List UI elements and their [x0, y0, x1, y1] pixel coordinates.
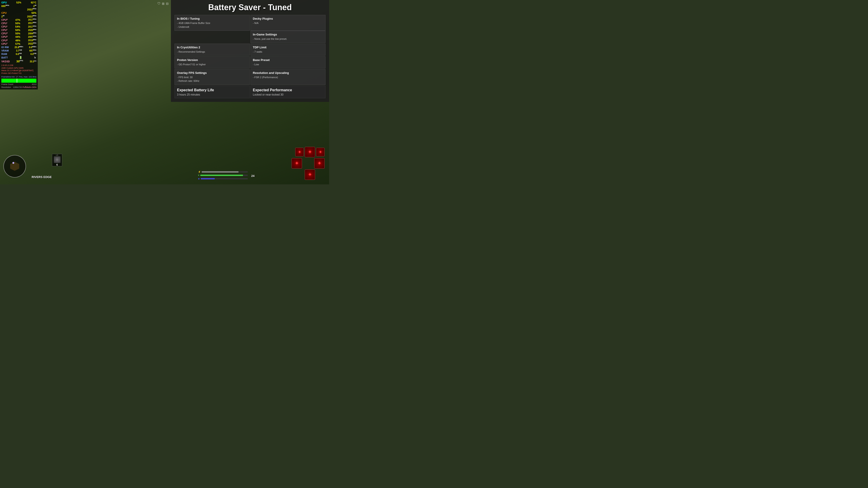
gpu-temp: 62°C: [31, 1, 36, 4]
decky-content: - N/A: [253, 21, 323, 25]
ram-label: RAM: [1, 53, 7, 56]
cpu-core-5: CPU⁵ 44% 2007MHz: [1, 35, 36, 39]
overlay-title: Overlay FPS Settings: [177, 71, 247, 74]
cryo-content: - Recommended Settings: [177, 50, 247, 54]
frame-count-label: Frame Count: [1, 83, 13, 86]
skill-row-middle: ✦ ✦: [291, 158, 324, 168]
stats-overlay: GPU 52% 62°C 695MHz 2W 2022MHz CPU 50% 2…: [0, 0, 38, 90]
health-bar: [200, 175, 248, 176]
performance-title: Expected Performance: [253, 88, 323, 92]
hud-icon-2: ⊞: [162, 2, 164, 5]
health-bars: ⚡ ♥ ◆: [198, 170, 248, 180]
frametime-bar: [1, 78, 36, 83]
location-name: RIVERS EDGE: [32, 175, 52, 179]
base-preset-cell: Base Preset - Low: [250, 56, 326, 68]
bios-title: In BIOS / Tuning: [177, 17, 247, 20]
gpu-freq-row: 695MHz 2W: [1, 4, 36, 8]
cpu-core-3: CPU³ 50% 2020MHz: [1, 29, 36, 32]
skill-icon-2: ✦: [316, 148, 324, 156]
cryo-cell: In CryoUtilities 2 - Recommended Setting…: [175, 43, 250, 56]
cpu-power-row: 2W 2022MHz: [1, 15, 36, 18]
hud-icon-1: ⛉: [157, 2, 160, 5]
skill-icon-1: ✦: [295, 148, 304, 156]
decky-cell: Decky Plugins - N/A: [250, 15, 326, 31]
gpu-label: GPU: [1, 1, 7, 4]
ability-icon: ⬡: [54, 156, 61, 163]
cpu-core-4: CPU⁴ 50% 2004MHz: [1, 32, 36, 35]
ability-count: 6: [56, 163, 58, 166]
cpu-power: 2W: [1, 15, 4, 18]
hud-icon-3: ⊟: [166, 2, 168, 5]
cpu-core-1: CPU¹ 50% 2017MHz: [1, 22, 36, 25]
batt-label: BATT: [1, 56, 8, 59]
info-panel: Battery Saver - Tuned In BIOS / Tuning -…: [171, 0, 329, 102]
proton-title: Proton Version: [177, 58, 247, 62]
io-label: IO RW: [1, 46, 9, 49]
gpu-freq2-row: 2022MHz: [1, 8, 36, 11]
cryo-title: In CryoUtilities 2: [177, 46, 247, 49]
resolution-value: 1280x720 Puffskelm-DEN: [13, 86, 36, 89]
skill-icon-right: ✦: [314, 158, 324, 168]
top-right-icons: ⛉ ⊞ ⊟: [157, 2, 168, 5]
res-upscale-content: - FSR 2 (Performance): [253, 75, 323, 79]
cpu-core-7: CPU⁷ 57% 2022MHz: [1, 42, 36, 45]
resolution-cell: Resolution and Upscaling - FSR 2 (Perfor…: [250, 69, 326, 85]
battery-life-title: Expected Battery Life: [177, 88, 247, 92]
vkd3d-row: VKD3D 30FPS 33.3ms: [1, 59, 36, 64]
panel-title: Battery Saver - Tuned: [175, 3, 326, 12]
expected-section: Expected Battery Life 3 hours 25 minutes…: [175, 86, 326, 98]
skill-panel: ✦ ✦ ✦ ✦ ✦ ✦: [291, 147, 324, 180]
battery-life-cell: Expected Battery Life 3 hours 25 minutes: [175, 86, 250, 98]
proton-cell: Proton Version - GE-Proton7-51 or higher: [175, 56, 250, 68]
fps-value: 30FPS: [16, 59, 23, 64]
resolution-label: Resolution: [1, 86, 11, 89]
minimap: [3, 155, 26, 177]
skill-row-bottom: ✦: [295, 169, 324, 180]
frametime-label: Frametime min: 17.7ms, max: 102.8ms: [1, 75, 36, 78]
tdp-content: - 7 watts: [253, 50, 323, 54]
skill-icon-center-top: ✦: [305, 147, 315, 157]
ram-row: RAM 6.6GiB 0.0GiB: [1, 53, 36, 56]
mana-bar: [201, 178, 248, 180]
frametime-section: Frametime min: 17.7ms, max: 102.8ms: [1, 75, 36, 83]
skill-row-top: ✦ ✦ ✦: [295, 147, 324, 157]
cpu-core-2: CPU² 54% 2017MHz: [1, 25, 36, 29]
ingame-title: In-Game Settings: [253, 33, 323, 36]
overlay-cell: Overlay FPS Settings - FPS limit: 30 - R…: [175, 69, 250, 85]
base-preset-content: - Low: [253, 63, 323, 66]
batt-row: BATT 🔋 🖱: [1, 56, 36, 59]
cpu-core-6: CPU⁶ 48% 2019MHz: [1, 39, 36, 42]
vram-label: VRAM: [1, 49, 8, 53]
ingame-cell: In-Game Settings - None, just use the lo…: [250, 31, 326, 43]
cpu-freq: 2022MHz: [27, 15, 36, 18]
tdp-cell: TDP Limit - 7 watts: [250, 43, 326, 56]
skill-icon-left: ✦: [291, 158, 302, 168]
info-grid: In BIOS / Tuning - 4GB UMA Frame Buffer …: [175, 15, 326, 85]
bios-content: - 4GB UMA Frame Buffer Size - Undervolt: [177, 21, 247, 29]
cpu-cores: CPU⁰ 47% 2017MHz CPU¹ 50% 2017MHz CPU² 5…: [1, 18, 36, 45]
frame-count-row: Frame Count 6213: [1, 83, 36, 86]
system-info: 2.8.0/1.3.238 AMD Custom GPU 0405 Mesa 2…: [1, 64, 36, 75]
resolution-row: Resolution 1280x720 Puffskelm-DEN: [1, 86, 36, 89]
proton-content: - GE-Proton7-51 or higher: [177, 63, 247, 66]
bios-cell: In BIOS / Tuning - 4GB UMA Frame Buffer …: [175, 15, 250, 31]
cpu-label: CPU: [1, 11, 6, 15]
performance-cell: Expected Performance Locked or near-lock…: [250, 86, 326, 98]
gpu-usage: 52%: [16, 1, 21, 4]
gpu-freq: 695MHz: [1, 4, 9, 8]
frametime-value: 33.3ms: [30, 60, 36, 63]
ability-card: LS ⬡ 6: [52, 154, 62, 166]
battery-life-value: 3 hours 25 minutes: [177, 93, 247, 96]
gpu-freq2: 2022MHz: [27, 8, 36, 11]
overlay-content: - FPS limit: 30 - Refresh rate: 60Hz: [177, 75, 247, 83]
tdp-title: TDP Limit: [253, 46, 323, 49]
counter-badge: 24: [251, 174, 254, 177]
cpu-usage: 50%: [31, 11, 36, 15]
decky-title: Decky Plugins: [253, 17, 323, 20]
res-upscale-title: Resolution and Upscaling: [253, 71, 323, 74]
cpu-core-0: CPU⁰ 47% 2017MHz: [1, 18, 36, 22]
vram-row: VRAM 3.7GiB 687MHz: [1, 49, 36, 53]
performance-value: Locked or near-locked 30: [253, 93, 323, 96]
gpu-row: GPU 52% 62°C: [1, 1, 36, 4]
skill-icon-bottom: ✦: [305, 169, 315, 180]
